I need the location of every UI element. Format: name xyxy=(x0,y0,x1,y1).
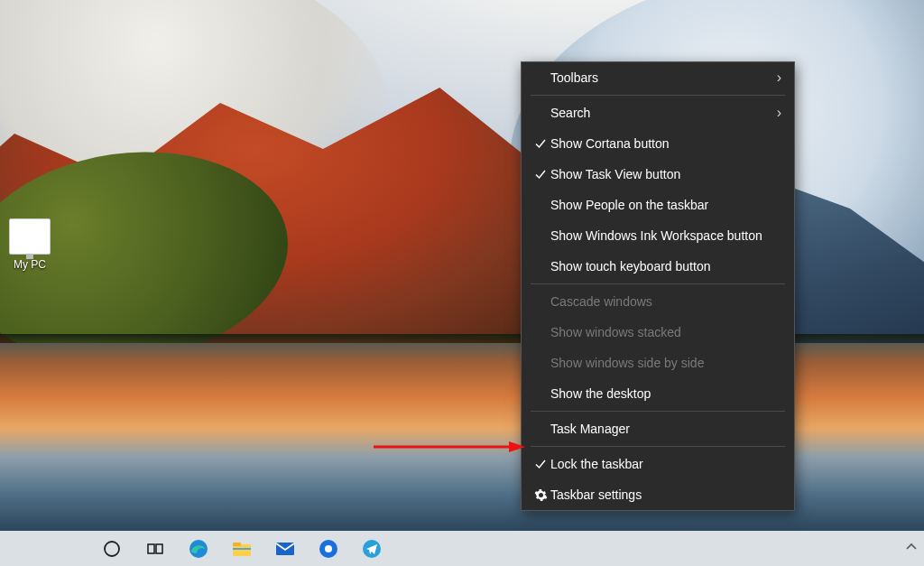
browser-icon xyxy=(319,539,338,559)
taskbar xyxy=(0,531,924,566)
chevron-right-icon: › xyxy=(777,70,781,86)
menu-separator xyxy=(531,95,785,96)
taskbar-pin-file-explorer[interactable] xyxy=(220,531,263,566)
menu-item-label: Show People on the taskbar xyxy=(550,198,781,212)
menu-item-lock-taskbar[interactable]: Lock the taskbar xyxy=(522,449,794,479)
menu-item-show-touch-keyboard[interactable]: Show touch keyboard button xyxy=(522,251,794,282)
checkmark-icon xyxy=(531,168,550,181)
task-view-icon xyxy=(146,540,164,558)
taskbar-pin-mail[interactable] xyxy=(263,531,307,566)
taskbar-pin-cortana[interactable] xyxy=(90,531,134,566)
desktop-icon-label: My PC xyxy=(2,258,58,271)
cortana-icon xyxy=(103,540,121,558)
menu-separator xyxy=(531,283,785,284)
taskbar-pin-edge[interactable] xyxy=(177,531,220,566)
menu-item-label: Toolbars xyxy=(550,70,777,85)
menu-item-label: Taskbar settings xyxy=(550,487,781,502)
menu-item-label: Show windows side by side xyxy=(550,356,781,370)
menu-item-task-manager[interactable]: Task Manager xyxy=(522,413,794,444)
menu-item-cascade-windows: Cascade windows xyxy=(522,286,794,317)
menu-item-label: Lock the taskbar xyxy=(550,457,781,471)
svg-rect-8 xyxy=(233,548,251,550)
svg-point-11 xyxy=(325,545,332,552)
menu-item-show-task-view-button[interactable]: Show Task View button xyxy=(522,159,794,190)
menu-item-show-ink-workspace[interactable]: Show Windows Ink Workspace button xyxy=(522,220,794,251)
menu-item-label: Show the desktop xyxy=(550,386,781,401)
checkmark-icon xyxy=(531,137,550,150)
menu-item-label: Search xyxy=(550,106,777,120)
computer-icon xyxy=(9,218,51,255)
gear-icon xyxy=(531,488,550,502)
checkmark-icon xyxy=(531,458,550,470)
menu-item-label: Show touch keyboard button xyxy=(550,259,781,274)
menu-item-search[interactable]: Search› xyxy=(522,97,794,128)
menu-item-show-cortana-button[interactable]: Show Cortana button xyxy=(522,128,794,159)
taskbar-pin-browser-alt[interactable] xyxy=(307,531,350,566)
telegram-icon xyxy=(362,539,382,559)
menu-item-toolbars[interactable]: Toolbars› xyxy=(522,62,794,93)
svg-rect-3 xyxy=(148,544,154,553)
menu-item-label: Show windows stacked xyxy=(550,325,781,339)
taskbar-pin-task-view[interactable] xyxy=(134,531,177,566)
edge-icon xyxy=(188,538,209,560)
svg-rect-7 xyxy=(233,543,241,546)
desktop-icon-my-pc[interactable]: My PC xyxy=(2,218,58,271)
menu-item-show-stacked: Show windows stacked xyxy=(522,317,794,348)
chevron-right-icon: › xyxy=(777,105,781,121)
mail-icon xyxy=(274,538,296,560)
menu-item-label: Task Manager xyxy=(550,422,781,436)
menu-separator xyxy=(531,411,785,412)
taskbar-pin-telegram[interactable] xyxy=(350,531,393,566)
menu-separator xyxy=(531,446,785,447)
file-explorer-icon xyxy=(231,538,253,560)
menu-item-taskbar-settings[interactable]: Taskbar settings xyxy=(522,479,794,510)
menu-item-show-desktop[interactable]: Show the desktop xyxy=(522,378,794,409)
svg-point-2 xyxy=(105,542,119,556)
menu-item-label: Show Windows Ink Workspace button xyxy=(550,228,781,243)
tray-overflow-icon[interactable] xyxy=(906,542,917,555)
menu-item-show-people[interactable]: Show People on the taskbar xyxy=(522,190,794,220)
menu-item-label: Show Cortana button xyxy=(550,136,781,151)
taskbar-context-menu: Toolbars›Search›Show Cortana buttonShow … xyxy=(521,61,795,511)
system-tray xyxy=(906,531,917,566)
menu-item-label: Cascade windows xyxy=(550,294,781,309)
menu-item-label: Show Task View button xyxy=(550,167,781,181)
svg-rect-4 xyxy=(156,544,162,553)
menu-item-show-side-by-side: Show windows side by side xyxy=(522,348,794,378)
